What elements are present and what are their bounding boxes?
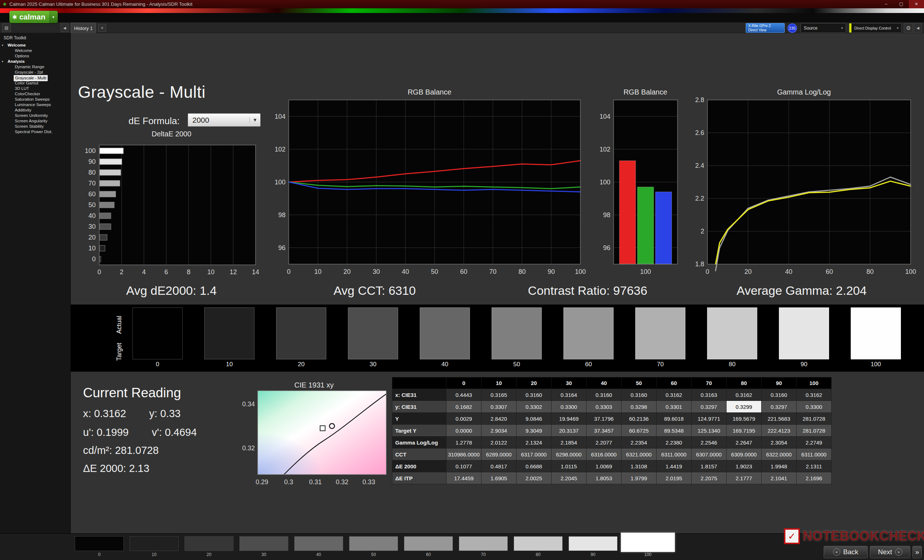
pattern-button-30[interactable] bbox=[239, 536, 288, 551]
table-cell[interactable]: 6316.0000 bbox=[586, 449, 621, 460]
table-cell[interactable]: 2.0195 bbox=[657, 472, 692, 484]
sidebar-item-additivity[interactable]: Additivity bbox=[0, 108, 71, 113]
table-cell[interactable]: 2.2077 bbox=[586, 437, 621, 449]
table-cell[interactable]: 2.8420 bbox=[482, 413, 516, 425]
table-cell[interactable]: 0.6688 bbox=[516, 460, 552, 472]
sidebar-item-spectral-power-dist[interactable]: Spectral Power Dist. bbox=[0, 129, 71, 135]
table-cell[interactable]: 2.2647 bbox=[727, 437, 762, 449]
table-cell[interactable]: 0.0029 bbox=[447, 413, 482, 425]
table-cell[interactable]: 6307.0000 bbox=[692, 449, 727, 460]
luminance-badge[interactable]: 235 bbox=[788, 24, 797, 33]
table-cell[interactable]: 1.9799 bbox=[621, 472, 657, 484]
table-cell[interactable]: 2.1696 bbox=[796, 472, 832, 484]
table-cell[interactable]: 6321.0000 bbox=[621, 449, 657, 460]
table-cell[interactable]: 2.1311 bbox=[796, 460, 832, 472]
table-cell[interactable]: 60.6725 bbox=[621, 425, 657, 437]
table-cell[interactable]: 6322.0000 bbox=[762, 449, 796, 460]
table-cell[interactable]: 1.8053 bbox=[586, 472, 621, 484]
table-cell[interactable]: 0.3160 bbox=[621, 389, 657, 401]
table-cell[interactable]: 19.9469 bbox=[552, 413, 586, 425]
pattern-button-100[interactable] bbox=[621, 533, 675, 552]
table-cell[interactable]: 2.2354 bbox=[621, 437, 657, 449]
table-cell[interactable]: 2.2075 bbox=[692, 472, 727, 484]
table-cell[interactable]: 20.3137 bbox=[552, 425, 586, 437]
table-cell[interactable]: 0.3160 bbox=[762, 389, 796, 401]
table-cell[interactable]: 221.5683 bbox=[762, 413, 796, 425]
table-cell[interactable]: 2.2045 bbox=[552, 472, 586, 484]
pattern-button-90[interactable] bbox=[568, 536, 618, 551]
sidebar-item-analysis[interactable]: ▾Analysis bbox=[0, 59, 71, 64]
table-cell[interactable]: 1.9023 bbox=[727, 460, 762, 472]
sidebar-item-welcome[interactable]: ▾Welcome bbox=[0, 43, 71, 48]
table-cell[interactable]: 17.4459 bbox=[447, 472, 482, 484]
table-cell[interactable]: 2.1041 bbox=[762, 472, 796, 484]
tree-expander-icon[interactable]: ▾ bbox=[2, 43, 3, 48]
sidebar-item-dynamic-range[interactable]: Dynamic Range bbox=[0, 64, 71, 70]
pattern-button-80[interactable] bbox=[514, 536, 563, 551]
table-cell[interactable]: 2.1777 bbox=[727, 472, 762, 484]
table-cell[interactable]: 6311.0000 bbox=[657, 449, 692, 460]
tab-history-1[interactable]: History 1 bbox=[71, 23, 96, 33]
next-button[interactable]: Next » bbox=[870, 546, 910, 558]
table-cell[interactable]: 281.0728 bbox=[796, 413, 832, 425]
table-cell[interactable]: 2.2749 bbox=[796, 437, 832, 449]
sidebar-item-screen-angularity[interactable]: Screen Angularity bbox=[0, 118, 71, 124]
table-cell[interactable]: 0.1077 bbox=[447, 460, 482, 472]
table-cell[interactable]: 6311.0000 bbox=[796, 449, 832, 460]
table-cell[interactable]: 1.2778 bbox=[447, 437, 482, 449]
table-cell[interactable]: 0.3162 bbox=[796, 389, 832, 401]
table-cell[interactable]: 1.4419 bbox=[657, 460, 692, 472]
source-dropdown[interactable]: Source ▾ bbox=[801, 23, 846, 33]
table-cell[interactable]: 0.3298 bbox=[621, 401, 657, 413]
table-cell[interactable]: 310986.0000 bbox=[447, 449, 482, 460]
table-cell[interactable]: 6289.0000 bbox=[482, 449, 516, 460]
pattern-button-10[interactable] bbox=[130, 536, 178, 551]
table-cell[interactable]: 222.4123 bbox=[762, 425, 796, 437]
back-button[interactable]: « Back bbox=[824, 546, 868, 558]
table-cell[interactable]: 9.3049 bbox=[516, 425, 552, 437]
table-cell[interactable]: 1.8157 bbox=[692, 460, 727, 472]
sidebar-item-color-gamut[interactable]: Color Gamut bbox=[0, 81, 71, 86]
panel-pin-icon[interactable]: ◀ bbox=[914, 23, 922, 33]
table-cell[interactable]: 0.3163 bbox=[692, 389, 727, 401]
pattern-button-20[interactable] bbox=[184, 536, 234, 551]
table-cell[interactable]: 169.7195 bbox=[727, 425, 762, 437]
table-cell[interactable]: 0.3297 bbox=[762, 401, 796, 413]
table-cell[interactable]: 1.3108 bbox=[621, 460, 657, 472]
maximize-button[interactable]: ▢ bbox=[894, 0, 909, 8]
table-cell[interactable]: 2.0025 bbox=[516, 472, 552, 484]
table-cell[interactable]: 0.3297 bbox=[692, 401, 727, 413]
table-cell[interactable]: 37.1796 bbox=[586, 413, 621, 425]
table-cell[interactable]: 0.3164 bbox=[552, 389, 586, 401]
sidebar-item-colorchecker[interactable]: ColorChecker bbox=[0, 91, 71, 97]
table-cell[interactable]: 1.9948 bbox=[762, 460, 796, 472]
sidebar-item-luminance-sweeps[interactable]: Luminance Sweeps bbox=[0, 102, 71, 108]
table-cell[interactable]: 281.0728 bbox=[796, 425, 832, 437]
sidebar-item-saturation-sweeps[interactable]: Saturation Sweeps bbox=[0, 97, 71, 102]
table-cell[interactable]: 60.2136 bbox=[621, 413, 657, 425]
table-cell[interactable]: 2.2380 bbox=[657, 437, 692, 449]
table-cell[interactable]: 6298.0000 bbox=[552, 449, 586, 460]
minimize-button[interactable]: – bbox=[879, 0, 894, 8]
table-cell[interactable]: 0.3307 bbox=[482, 401, 516, 413]
sidebar-item-options[interactable]: Options bbox=[0, 53, 71, 59]
table-cell[interactable]: 0.4443 bbox=[447, 389, 482, 401]
settings-gear-icon[interactable]: ⚙ bbox=[904, 23, 913, 33]
sidebar-item-screen-stability[interactable]: Screen Stability bbox=[0, 124, 71, 129]
table-cell[interactable]: 6309.0000 bbox=[727, 449, 762, 460]
table-cell[interactable]: 89.5348 bbox=[657, 425, 692, 437]
table-cell[interactable]: 1.0115 bbox=[552, 460, 586, 472]
table-cell[interactable]: 0.4817 bbox=[482, 460, 516, 472]
tree-expander-icon[interactable]: ▾ bbox=[2, 59, 3, 64]
selected-cell[interactable]: 0.3299 bbox=[727, 401, 762, 413]
sidebar-item-screen-uniformity[interactable]: Screen Uniformity bbox=[0, 113, 71, 118]
table-cell[interactable]: 0.3300 bbox=[552, 401, 586, 413]
calman-logo-menu[interactable]: ✱ calman ▾ bbox=[9, 11, 58, 23]
table-cell[interactable]: 9.0846 bbox=[516, 413, 552, 425]
sidebar-item-grayscale-multi[interactable]: Grayscale - Multi bbox=[0, 75, 71, 81]
pattern-button-50[interactable] bbox=[349, 536, 398, 551]
table-cell[interactable]: 0.3303 bbox=[586, 401, 621, 413]
table-cell[interactable]: 0.1682 bbox=[447, 401, 482, 413]
table-cell[interactable]: 169.5679 bbox=[727, 413, 762, 425]
table-cell[interactable]: 89.6018 bbox=[657, 413, 692, 425]
